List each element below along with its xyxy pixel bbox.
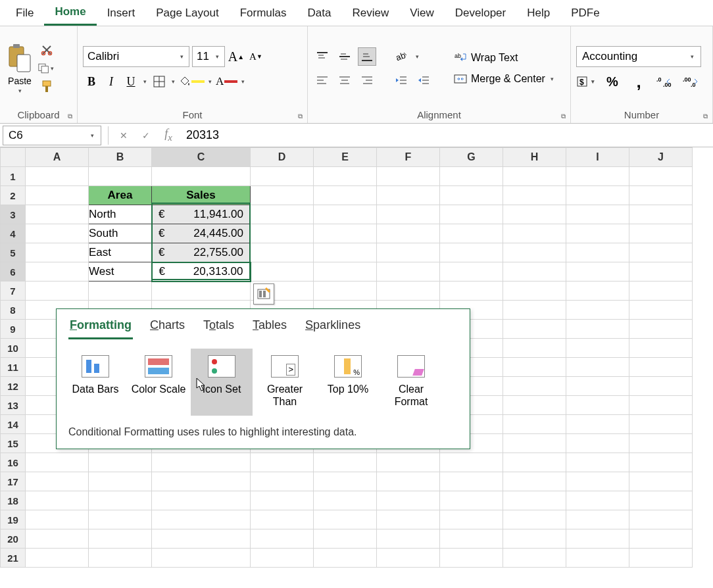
font-color-dropdown-icon[interactable]: ▾ — [240, 78, 246, 85]
qa-tab-charts[interactable]: Charts — [149, 316, 186, 339]
col-header-E[interactable]: E — [314, 148, 377, 167]
col-header-D[interactable]: D — [251, 148, 314, 167]
qa-tab-sparklines[interactable]: Sparklines — [304, 316, 362, 339]
cell-C3[interactable]: €11,941.00 — [152, 205, 251, 224]
orientation-button[interactable]: ab — [392, 47, 410, 66]
row-header[interactable]: 17 — [1, 472, 26, 491]
cell-B5[interactable]: East — [89, 243, 152, 262]
row-header[interactable]: 12 — [1, 377, 26, 396]
align-bottom-button[interactable] — [358, 47, 376, 66]
percent-button[interactable]: % — [602, 72, 622, 91]
paste-dropdown-icon[interactable]: ▾ — [17, 87, 23, 94]
row-header[interactable]: 2 — [1, 186, 26, 205]
tab-help[interactable]: Help — [516, 1, 560, 25]
wrap-text-button[interactable]: abWrap Text — [450, 50, 559, 66]
cell-C2[interactable]: Sales — [152, 186, 251, 205]
cell-C6[interactable]: €20,313.00 — [152, 262, 251, 282]
row-header[interactable]: 13 — [1, 396, 26, 415]
tab-file[interactable]: File — [5, 1, 44, 25]
decrease-indent-button[interactable] — [392, 71, 410, 89]
align-left-button[interactable] — [313, 71, 332, 89]
row-header[interactable]: 6 — [1, 262, 26, 282]
tab-formulas[interactable]: Formulas — [230, 1, 297, 25]
align-center-button[interactable] — [335, 71, 354, 89]
formula-cancel-button[interactable]: ✕ — [112, 126, 135, 145]
paste-button[interactable]: Paste ▾ — [5, 41, 34, 95]
font-name-dropdown[interactable]: Calibri▾ — [83, 46, 189, 67]
tab-home[interactable]: Home — [44, 0, 96, 26]
fill-color-button[interactable] — [179, 76, 205, 87]
tab-data[interactable]: Data — [297, 1, 342, 25]
col-header-H[interactable]: H — [503, 148, 566, 167]
borders-button[interactable] — [151, 72, 168, 91]
col-header-J[interactable]: J — [629, 148, 693, 167]
fill-dropdown-icon[interactable]: ▾ — [207, 78, 213, 85]
row-header[interactable]: 21 — [1, 549, 26, 568]
tab-review[interactable]: Review — [341, 1, 399, 25]
row-header[interactable]: 5 — [1, 243, 26, 262]
increase-indent-button[interactable] — [414, 71, 433, 89]
increase-font-button[interactable]: A▲ — [228, 47, 245, 66]
row-header[interactable]: 15 — [1, 434, 26, 453]
tab-pdf[interactable]: PDFe — [560, 1, 610, 25]
row-header[interactable]: 4 — [1, 224, 26, 243]
cell-B2[interactable]: Area — [89, 186, 152, 205]
accounting-format-button[interactable]: $▾ — [576, 72, 596, 91]
tab-insert[interactable]: Insert — [97, 1, 146, 25]
row-header[interactable]: 16 — [1, 453, 26, 472]
align-middle-button[interactable] — [335, 47, 354, 66]
cell-B4[interactable]: South — [89, 224, 152, 243]
font-color-button[interactable]: A — [216, 75, 237, 88]
alignment-launcher-icon[interactable]: ⧉ — [558, 111, 568, 120]
number-launcher-icon[interactable]: ⧉ — [701, 111, 710, 120]
clipboard-launcher-icon[interactable]: ⧉ — [65, 111, 74, 120]
font-size-dropdown[interactable]: 11▾ — [192, 46, 225, 67]
row-header[interactable]: 1 — [1, 167, 26, 186]
format-painter-button[interactable] — [38, 79, 55, 95]
row-header[interactable]: 9 — [1, 320, 26, 339]
cell-B3[interactable]: North — [89, 205, 152, 224]
cut-button[interactable] — [38, 42, 55, 58]
cell-C4[interactable]: €24,445.00 — [152, 224, 251, 243]
qa-item-color-scale[interactable]: Color Scale — [128, 349, 189, 416]
decrease-font-button[interactable]: A▼ — [247, 47, 264, 66]
merge-center-button[interactable]: Merge & Center▾ — [450, 71, 559, 87]
col-header-A[interactable]: A — [26, 148, 89, 167]
bold-button[interactable]: B — [83, 72, 100, 91]
qa-tab-formatting[interactable]: Formatting — [68, 316, 133, 339]
col-header-C[interactable]: C — [152, 148, 251, 167]
insert-function-button[interactable]: fx — [157, 126, 180, 145]
tab-view[interactable]: View — [399, 1, 445, 25]
name-box[interactable]: C6▾ — [3, 126, 101, 145]
row-header[interactable]: 19 — [1, 510, 26, 529]
comma-button[interactable]: , — [629, 72, 649, 91]
qa-item-greater-than[interactable]: Greater Than — [254, 349, 316, 416]
row-header[interactable]: 20 — [1, 529, 26, 549]
qa-item-clear-format[interactable]: Clear Format — [380, 349, 442, 416]
number-format-dropdown[interactable]: Accounting▾ — [576, 46, 701, 67]
increase-decimal-button[interactable]: .0.00 — [655, 72, 675, 91]
formula-enter-button[interactable]: ✓ — [135, 126, 157, 145]
qa-item-top-10[interactable]: Top 10% — [317, 349, 379, 416]
qa-item-data-bars[interactable]: Data Bars — [64, 349, 126, 416]
align-right-button[interactable] — [358, 71, 376, 89]
cell-C5[interactable]: €22,755.00 — [152, 243, 251, 262]
qa-tab-totals[interactable]: Totals — [202, 316, 235, 339]
qa-item-icon-set[interactable]: Icon Set — [191, 349, 253, 416]
col-header-B[interactable]: B — [89, 148, 152, 167]
formula-input[interactable]: 20313 — [180, 127, 713, 143]
row-header[interactable]: 8 — [1, 301, 26, 320]
underline-button[interactable]: U — [122, 72, 139, 91]
tab-page-layout[interactable]: Page Layout — [145, 1, 229, 25]
font-launcher-icon[interactable]: ⧉ — [295, 111, 305, 120]
decrease-decimal-button[interactable]: .00.0 — [681, 72, 701, 91]
row-header[interactable]: 10 — [1, 339, 26, 358]
align-top-button[interactable] — [313, 47, 332, 66]
quick-analysis-button[interactable] — [253, 283, 274, 305]
select-all-corner[interactable] — [1, 148, 26, 167]
cell-B6[interactable]: West — [89, 262, 152, 282]
borders-dropdown-icon[interactable]: ▾ — [170, 78, 176, 85]
col-header-G[interactable]: G — [440, 148, 503, 167]
tab-developer[interactable]: Developer — [445, 1, 517, 25]
orientation-dropdown-icon[interactable]: ▾ — [414, 53, 420, 60]
